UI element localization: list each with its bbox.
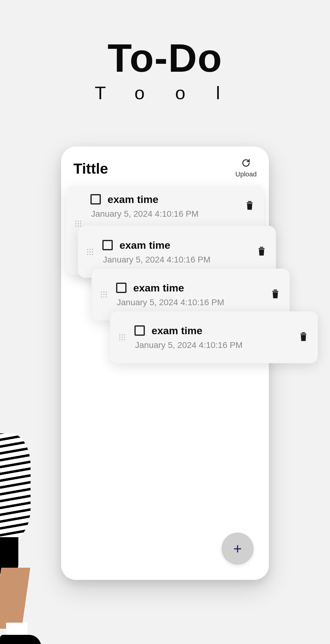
svg-rect-4 <box>273 290 277 291</box>
svg-rect-0 <box>248 201 251 202</box>
add-task-button[interactable]: + <box>222 533 254 565</box>
drag-handle-icon[interactable] <box>75 221 81 227</box>
task-title: exam time <box>152 325 202 337</box>
task-checkbox[interactable] <box>102 240 113 250</box>
svg-rect-2 <box>260 247 263 248</box>
todo-card[interactable]: exam time January 5, 2024 4:10:16 PM <box>110 311 318 363</box>
delete-button[interactable] <box>298 331 309 344</box>
svg-rect-3 <box>258 248 265 249</box>
task-title: exam time <box>108 194 158 205</box>
upload-label: Upload <box>235 170 257 178</box>
plus-icon: + <box>233 540 242 557</box>
svg-rect-5 <box>272 291 278 292</box>
app-title: Tittle <box>73 160 108 177</box>
trash-icon <box>256 245 267 257</box>
task-title: exam time <box>119 239 170 251</box>
drag-handle-icon[interactable] <box>87 249 93 255</box>
drag-handle-icon[interactable] <box>119 334 125 340</box>
app-header: Tittle Upload <box>61 147 269 187</box>
trash-icon <box>298 331 309 342</box>
svg-rect-7 <box>300 334 306 335</box>
upload-button[interactable]: Upload <box>235 159 257 178</box>
delete-button[interactable] <box>244 200 255 212</box>
drag-handle-icon[interactable] <box>101 291 107 298</box>
task-title: exam time <box>133 282 184 294</box>
delete-button[interactable] <box>270 288 280 301</box>
svg-rect-6 <box>302 332 305 333</box>
delete-button[interactable] <box>256 245 267 258</box>
trash-icon <box>244 200 255 211</box>
hero-subtitle: Tool <box>79 82 251 103</box>
task-timestamp: January 5, 2024 4:10:16 PM <box>91 209 238 219</box>
task-checkbox[interactable] <box>134 325 145 336</box>
svg-rect-1 <box>247 202 253 203</box>
task-checkbox[interactable] <box>116 283 127 293</box>
decorative-illustration <box>0 433 52 644</box>
trash-icon <box>270 288 280 300</box>
task-timestamp: January 5, 2024 4:10:16 PM <box>135 340 292 350</box>
task-timestamp: January 5, 2024 4:10:16 PM <box>103 255 250 265</box>
hero-title: To-Do <box>108 35 222 81</box>
task-checkbox[interactable] <box>90 194 101 204</box>
refresh-icon <box>242 159 250 168</box>
task-timestamp: January 5, 2024 4:10:16 PM <box>117 298 264 307</box>
